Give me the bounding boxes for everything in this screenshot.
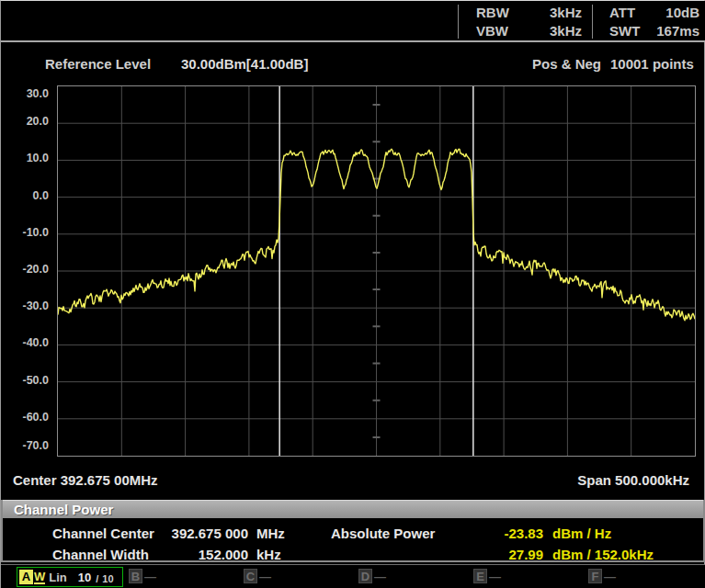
absolute-power-value-hz: -23.83 — [470, 526, 543, 541]
trace-inactive-dash: — — [489, 570, 501, 583]
absolute-power-unit-hz: dBm / Hz — [552, 526, 611, 541]
y-axis-tick-label: -60.0 — [1, 411, 49, 424]
spectrum-analyzer-screen: RBW 3kHz VBW 3kHz ATT 10dB SWT 167ms Ref… — [0, 0, 705, 588]
y-axis-tick-label: 0.0 — [1, 189, 49, 202]
att-label: ATT — [609, 5, 635, 23]
sweep-points-label: 10001 points — [610, 56, 694, 72]
trace-a-letter: A — [19, 570, 33, 584]
trace-f-indicator-inactive[interactable]: F— — [588, 568, 616, 584]
trace-a-average-type: Lin — [49, 571, 67, 584]
absolute-power-unit-channel: dBm / 152.0kHz — [552, 547, 654, 562]
y-axis-tick-label: -10.0 — [1, 226, 49, 239]
trace-a-average-separator: / — [96, 573, 98, 584]
swt-value: 167ms — [644, 23, 699, 41]
trace-a-indicator[interactable]: A W Lin 10 / 10 — [17, 567, 123, 587]
trace-letter: E — [473, 569, 487, 583]
trace-d-indicator-inactive[interactable]: D— — [358, 568, 386, 584]
channel-width-value: 152.000 — [156, 547, 248, 562]
y-axis-tick-label: -20.0 — [1, 263, 49, 276]
trace-c-indicator-inactive[interactable]: C— — [244, 568, 271, 584]
reference-level-value: 30.00dBm[41.00dB] — [181, 56, 308, 72]
trace-b-indicator-inactive[interactable]: B— — [129, 568, 156, 584]
trace-inactive-dash: — — [144, 570, 156, 583]
settings-bar: RBW 3kHz VBW 3kHz ATT 10dB SWT 167ms — [1, 1, 705, 42]
channel-power-panel: Channel Power Channel Center 392.675 000… — [1, 500, 705, 562]
rbw-value: 3kHz — [516, 5, 582, 23]
absolute-power-value-channel: 27.99 — [470, 547, 543, 562]
channel-width-unit: kHz — [256, 547, 281, 562]
y-axis-tick-label: 10.0 — [1, 152, 49, 164]
trace-e-indicator-inactive[interactable]: E— — [473, 568, 501, 584]
trace-inactive-dash: — — [259, 570, 271, 583]
trace-letter: F — [588, 569, 602, 583]
channel-center-unit: MHz — [256, 526, 285, 541]
vbw-value: 3kHz — [516, 23, 582, 41]
channel-center-label: Channel Center — [52, 526, 154, 541]
trace-letter: D — [358, 569, 372, 583]
y-axis-tick-label: 30.0 — [1, 87, 49, 100]
detector-mode-label: Pos & Neg — [532, 56, 601, 72]
y-axis-tick-label: -70.0 — [1, 439, 49, 452]
trace-a-average-count: 10 — [78, 571, 91, 584]
channel-width-label: Channel Width — [52, 547, 149, 562]
trace-letter: B — [129, 569, 142, 583]
trace-a-average-total: 10 — [102, 573, 113, 584]
reference-level-label: Reference Level — [45, 56, 151, 72]
vbw-label: VBW — [476, 23, 508, 41]
y-axis-tick-label: -40.0 — [1, 336, 49, 349]
trace-letter: C — [244, 569, 257, 583]
absolute-power-label: Absolute Power — [331, 526, 435, 541]
vertical-divider — [458, 5, 459, 39]
y-axis-tick-label: -50.0 — [1, 374, 49, 387]
trace-inactive-dash: — — [374, 570, 386, 583]
trace-inactive-dash: — — [604, 570, 616, 583]
y-axis-tick-label: 20.0 — [1, 115, 49, 128]
y-axis-tick-label: -30.0 — [1, 300, 49, 312]
vertical-divider — [592, 5, 593, 39]
att-value: 10dB — [644, 5, 699, 23]
trace-a-write-mode: W — [34, 571, 45, 584]
spectrum-plot — [58, 86, 695, 456]
rbw-label: RBW — [476, 5, 509, 23]
trace-status-bar: A W Lin 10 / 10 B—C—D—E—F— — [1, 564, 705, 588]
center-frequency-label: Center 392.675 00MHz — [13, 472, 158, 488]
spectrum-plot-area — [57, 85, 696, 457]
channel-power-title: Channel Power — [3, 500, 703, 518]
span-label: Span 500.000kHz — [577, 472, 689, 488]
swt-label: SWT — [609, 23, 640, 41]
channel-center-value: 392.675 000 — [156, 526, 248, 541]
